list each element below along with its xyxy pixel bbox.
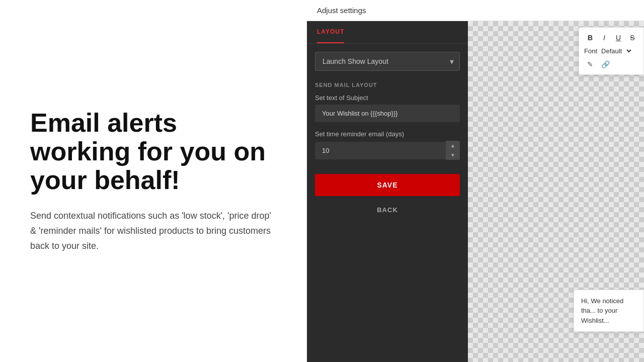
reminder-input[interactable] xyxy=(315,142,446,159)
email-preview-card: Hi, We noticed tha... to your Wishlist..… xyxy=(574,290,644,332)
dropdown-row: Launch Show Layout ▾ xyxy=(307,52,468,79)
settings-panel: LAYOUT Launch Show Layout ▾ SEND MAIL LA… xyxy=(307,21,468,362)
icon-row: ✎ 🔗 xyxy=(584,58,638,70)
italic-button[interactable]: I xyxy=(598,32,610,44)
layout-dropdown[interactable]: Launch Show Layout xyxy=(315,52,460,71)
spinner-down-button[interactable]: ▼ xyxy=(446,150,460,160)
back-button[interactable]: BACK xyxy=(315,200,460,220)
bold-button[interactable]: B xyxy=(584,32,596,44)
spinner-up-button[interactable]: ▲ xyxy=(446,141,460,150)
reminder-label: Set time reminder email (days) xyxy=(315,130,460,138)
section-label: SEND MAIL LAYOUT xyxy=(307,79,468,92)
layout-dropdown-wrapper[interactable]: Launch Show Layout ▾ xyxy=(315,52,460,71)
subject-label: Set text of Subject xyxy=(315,94,460,102)
font-row: Font Default Arial Georgia xyxy=(584,47,638,55)
font-dropdown[interactable]: Default Arial Georgia xyxy=(599,47,633,55)
edit-icon-button[interactable]: ✎ xyxy=(584,58,596,70)
right-panel: Adjust settings LAYOUT Launch Show Layou… xyxy=(307,0,644,362)
font-label: Font xyxy=(584,47,597,55)
email-preview-text: Hi, We noticed tha... to your Wishlist..… xyxy=(581,297,623,324)
format-buttons-row: B I U S xyxy=(584,32,638,44)
underline-button[interactable]: U xyxy=(612,32,624,44)
left-panel: Email alerts working for you on your beh… xyxy=(0,0,307,362)
headline: Email alerts working for you on your beh… xyxy=(30,109,277,195)
number-spinners: ▲ ▼ xyxy=(446,141,460,160)
editor-toolbar: B I U S Font Default Arial Georgia ✎ 🔗 xyxy=(579,27,644,75)
subject-field-group: Set text of Subject xyxy=(307,92,468,128)
strikethrough-button[interactable]: S xyxy=(626,32,638,44)
reminder-number-wrapper: ▲ ▼ xyxy=(315,141,460,160)
subtext: Send contextual notifications such as 'l… xyxy=(30,209,277,253)
tab-bar: LAYOUT xyxy=(307,21,468,44)
preview-area: B I U S Font Default Arial Georgia ✎ 🔗 xyxy=(468,21,644,362)
subject-input[interactable] xyxy=(315,105,460,122)
link-icon-button[interactable]: 🔗 xyxy=(599,58,611,70)
main-content: LAYOUT Launch Show Layout ▾ SEND MAIL LA… xyxy=(307,21,644,362)
adjust-settings-title: Adjust settings xyxy=(317,6,366,15)
reminder-field-group: Set time reminder email (days) ▲ ▼ xyxy=(307,128,468,166)
tab-layout[interactable]: LAYOUT xyxy=(317,21,344,43)
save-button[interactable]: SAVE xyxy=(315,174,460,196)
adjust-settings-bar: Adjust settings xyxy=(307,0,644,21)
